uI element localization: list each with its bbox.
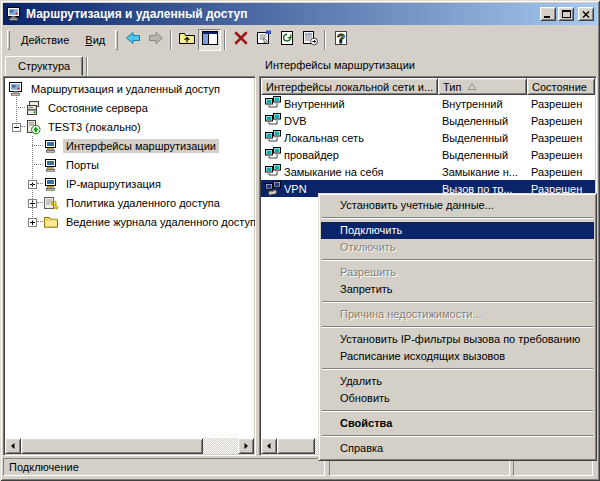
tree-connector <box>32 164 43 165</box>
scroll-right-button[interactable] <box>238 438 254 454</box>
tree-item-label: Ведение журнала удаленного доступа <box>63 215 256 229</box>
tab-structure[interactable]: Структура <box>5 56 83 76</box>
svg-text:?: ? <box>337 31 345 46</box>
status-bar: Подключение <box>3 458 597 478</box>
list-row[interactable]: провайдерВыделенныйРазрешен <box>261 146 595 163</box>
tree-item[interactable]: Маршрутизация и удаленный доступ <box>8 79 255 98</box>
delete-icon <box>233 30 249 49</box>
tree-item[interactable]: IP-маршрутизация <box>8 174 255 193</box>
context-menu-item[interactable]: Установить IP-фильтры вызова по требован… <box>321 331 594 348</box>
list-row[interactable]: DVBВыделенныйРазрешен <box>261 112 595 129</box>
app-icon <box>6 6 22 22</box>
toolbar-separator <box>170 30 172 50</box>
tree-item-label: IP-маршрутизация <box>63 177 164 191</box>
forward-button[interactable] <box>144 29 167 51</box>
scroll-left-button[interactable] <box>5 438 21 454</box>
forward-icon <box>147 30 165 49</box>
column-header[interactable]: Интерфейсы локальной сети и... <box>261 78 438 95</box>
context-menu-item[interactable]: Установить учетные данные... <box>321 197 594 214</box>
nic-icon <box>265 96 281 112</box>
tree-item[interactable]: Состояние сервера <box>8 98 255 117</box>
delete-button[interactable] <box>229 29 252 51</box>
export-list-button[interactable] <box>298 29 321 51</box>
tree-horizontal-scrollbar[interactable] <box>5 438 254 454</box>
minimize-button[interactable] <box>540 7 556 21</box>
up-one-level-button[interactable] <box>175 29 198 51</box>
menu-separator <box>322 410 593 412</box>
status-panel: Подключение <box>3 458 325 476</box>
column-header-label: Тип <box>443 81 461 93</box>
help-button[interactable]: ? <box>329 29 352 51</box>
menubar-item[interactable]: Вид <box>77 31 113 49</box>
arrow-left-icon <box>9 442 17 450</box>
toolbar-separator <box>224 30 226 50</box>
list-cell-text: Разрешен <box>531 132 582 144</box>
title-bar[interactable]: Маршрутизация и удаленный доступ <box>3 3 597 25</box>
router-icon <box>43 157 59 173</box>
tree-item[interactable]: TEST3 (локально) <box>8 117 255 136</box>
show-tree-icon <box>202 31 218 48</box>
console-tree-pane: Структура Маршрутизация и удаленный дост… <box>3 54 256 456</box>
list-cell: Разрешен <box>527 132 595 144</box>
tree-item[interactable]: Порты <box>8 155 255 174</box>
tree-item[interactable]: Ведение журнала удаленного доступа <box>8 212 255 231</box>
list-cell: провайдер <box>261 147 438 163</box>
nic-icon <box>265 130 281 146</box>
column-header[interactable]: Тип <box>438 78 527 95</box>
list-cell: Разрешен <box>527 166 595 178</box>
tree-item-label: Порты <box>63 158 102 172</box>
tree-connector <box>37 183 43 184</box>
properties-button[interactable] <box>252 29 275 51</box>
list-row[interactable]: Замыкание на себяЗамыкание н...Разрешен <box>261 163 595 180</box>
context-menu-item[interactable]: Свойства <box>321 415 594 432</box>
list-row[interactable]: ВнутреннийВнутреннийРазрешен <box>261 95 595 112</box>
column-header-label: Интерфейсы локальной сети и... <box>266 81 433 93</box>
menu-separator <box>322 435 593 437</box>
window-title: Маршрутизация и удаленный доступ <box>26 7 538 21</box>
list-cell-text: Выделенный <box>442 115 508 127</box>
context-menu-item[interactable]: Запретить <box>321 281 594 298</box>
router-icon <box>43 176 59 192</box>
list-cell: Разрешен <box>527 98 595 110</box>
list-header: Интерфейсы локальной сети и...ТипСостоян… <box>261 78 595 95</box>
tree-connector <box>37 221 43 222</box>
column-header[interactable]: Состояние <box>527 78 595 95</box>
context-menu-item[interactable]: Удалить <box>321 373 594 390</box>
list-row[interactable]: Локальная сетьВыделенныйРазрешен <box>261 129 595 146</box>
toolbar-grip[interactable] <box>115 30 118 50</box>
context-menu-item[interactable]: Обновить <box>321 390 594 407</box>
router-icon <box>43 138 59 154</box>
list-cell-text: Разрешен <box>531 166 582 178</box>
tree-connector <box>32 145 43 146</box>
servers-icon <box>25 100 41 116</box>
list-cell-text: Замыкание на себя <box>284 166 384 178</box>
list-cell-text: Внутренний <box>442 98 503 110</box>
list-cell-text: Замыкание н... <box>442 166 518 178</box>
refresh-button[interactable] <box>275 29 298 51</box>
back-button[interactable] <box>121 29 144 51</box>
scrollbar-thumb[interactable] <box>277 438 315 454</box>
results-pane-title: Интерфейсы маршрутизации <box>259 54 597 76</box>
nic-icon <box>265 147 281 163</box>
scroll-left-button[interactable] <box>261 438 277 454</box>
list-cell: Разрешен <box>527 115 595 127</box>
list-cell: Разрешен <box>527 149 595 161</box>
scrollbar-track[interactable] <box>203 438 238 454</box>
list-cell-text: Разрешен <box>531 98 582 110</box>
list-cell-text: Внутренний <box>284 98 345 110</box>
context-menu-item[interactable]: Расписание исходящих вызовов <box>321 348 594 365</box>
tree-item[interactable]: Интерфейсы маршрутизации <box>8 136 255 155</box>
menubar-item[interactable]: Действие <box>13 31 77 49</box>
up-folder-icon <box>178 30 196 49</box>
toolbar-grip[interactable] <box>7 30 10 50</box>
list-cell: DVB <box>261 113 438 129</box>
menu-separator <box>322 326 593 328</box>
show-hide-console-tree-button[interactable] <box>198 29 221 51</box>
list-cell-text: Выделенный <box>442 132 508 144</box>
tree-item[interactable]: Политика удаленного доступа <box>8 193 255 212</box>
scrollbar-thumb[interactable] <box>21 438 203 454</box>
maximize-button[interactable] <box>558 7 574 21</box>
context-menu-item[interactable]: Справка <box>321 440 594 457</box>
close-button[interactable] <box>578 7 594 21</box>
context-menu-item[interactable]: Подключить <box>321 222 594 239</box>
